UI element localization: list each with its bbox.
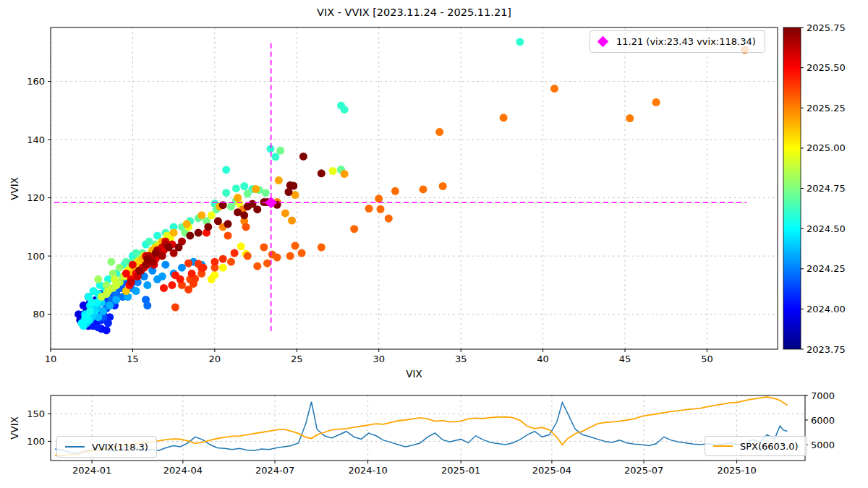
- scatter-point: [329, 167, 337, 175]
- scatter-point: [224, 231, 232, 239]
- scatter-point: [184, 260, 192, 267]
- timeseries-x-tick-label: 2025-10: [717, 465, 756, 476]
- scatter-point: [234, 194, 242, 202]
- timeseries-ticks: 2024-012024-042024-072024-102025-012025-…: [27, 390, 835, 476]
- colorbar-tick-label: 2025.75: [807, 22, 846, 33]
- scatter-point: [420, 185, 427, 193]
- scatter-point: [286, 181, 294, 189]
- scatter-point: [285, 188, 293, 196]
- scatter-point: [439, 182, 447, 190]
- scatter-x-tick-label: 30: [373, 354, 385, 364]
- scatter-xaxis-label: VIX: [51, 368, 778, 380]
- timeseries-x-tick-label: 2025-04: [532, 465, 571, 476]
- scatter-point: [208, 211, 216, 219]
- vvix-line: [55, 402, 787, 453]
- scatter-point: [260, 244, 268, 252]
- scatter-point: [143, 301, 151, 309]
- scatter-point: [262, 189, 270, 197]
- scatter-point: [86, 307, 94, 315]
- scatter-point: [106, 301, 114, 309]
- vvix-legend-label: VVIX(118.3): [92, 442, 148, 453]
- figure-title: VIX - VVIX [2023.11.24 - 2025.11.21]: [51, 7, 778, 18]
- scatter-point: [231, 249, 239, 257]
- scatter-point: [127, 278, 135, 286]
- scatter-point: [183, 220, 191, 228]
- scatter-point: [116, 264, 124, 272]
- timeseries-axes-border: [51, 395, 805, 461]
- scatter-point: [132, 287, 140, 295]
- scatter-point: [249, 200, 257, 208]
- scatter-point: [143, 281, 151, 289]
- timeseries-right-tick-label: 6000: [811, 415, 835, 426]
- scatter-point: [103, 326, 111, 334]
- scatter-point: [298, 249, 306, 257]
- scatter-point: [94, 323, 102, 331]
- scatter-point: [626, 114, 634, 122]
- scatter-x-tick-label: 40: [537, 354, 549, 364]
- scatter-point: [288, 217, 296, 225]
- scatter-x-tick-label: 10: [45, 354, 57, 364]
- scatter-point: [168, 281, 176, 289]
- colorbar-tick-label: 2024.50: [807, 223, 846, 234]
- scatter-point: [276, 147, 284, 155]
- scatter-point: [143, 255, 151, 263]
- spx-line-sample-icon: [713, 445, 733, 447]
- scatter-point: [171, 304, 179, 312]
- colorbar: 2023.752024.002024.252024.502024.752025.…: [783, 22, 846, 355]
- scatter-point: [275, 176, 283, 184]
- timeseries-x-tick-label: 2025-01: [441, 465, 480, 476]
- scatter-legend-label: 11.21 (vix:23.43 vvix:118.34): [616, 36, 756, 47]
- timeseries-yaxis-label-wrap: VVIX: [9, 395, 20, 461]
- colorbar-gradient: [783, 27, 801, 349]
- timeseries-left-tick-label: 150: [27, 408, 45, 419]
- scatter-point: [94, 275, 102, 283]
- scatter-x-tick-label: 20: [209, 354, 221, 364]
- vvix-legend: VVIX(118.3): [56, 436, 157, 458]
- scatter-point: [160, 284, 168, 292]
- scatter-point: [195, 228, 203, 236]
- scatter-point: [341, 170, 349, 178]
- scatter-point: [240, 182, 248, 190]
- scatter-y-tick-label: 80: [33, 309, 45, 320]
- scatter-point: [500, 114, 508, 121]
- timeseries-x-tick-label: 2024-10: [348, 465, 387, 476]
- scatter-point: [222, 189, 230, 197]
- scatter-point: [365, 205, 373, 213]
- scatter-point: [224, 220, 232, 228]
- spx-legend-label: SPX(6603.0): [740, 441, 799, 452]
- scatter-legend: 11.21 (vix:23.43 vvix:118.34): [590, 30, 765, 53]
- scatter-point: [112, 296, 120, 304]
- scatter-point: [90, 287, 98, 295]
- scatter-point: [152, 249, 160, 257]
- scatter-point: [292, 242, 299, 250]
- scatter-x-tick-label: 25: [291, 354, 303, 364]
- scatter-point: [391, 187, 399, 195]
- timeseries-yaxis-label: VVIX: [9, 416, 20, 440]
- scatter-point: [377, 205, 385, 213]
- scatter-yaxis-label: VVIX: [9, 177, 20, 200]
- scatter-point: [222, 166, 230, 174]
- scatter-point: [244, 190, 252, 198]
- scatter-point: [253, 262, 261, 270]
- scatter-point: [171, 271, 179, 279]
- scatter-point: [219, 255, 227, 263]
- scatter-grid: [51, 27, 778, 349]
- timeseries-right-tick-label: 7000: [811, 390, 835, 401]
- scatter-point: [350, 225, 358, 233]
- scatter-point: [273, 254, 281, 262]
- scatter-point: [516, 38, 524, 46]
- scatter-point: [219, 264, 227, 272]
- chart-canvas: 101520253035404550801001201401602023.752…: [0, 0, 868, 488]
- timeseries-left-tick-label: 100: [27, 436, 45, 447]
- timeseries-x-tick-label: 2025-07: [624, 465, 663, 476]
- colorbar-tick-label: 2024.25: [807, 263, 846, 274]
- scatter-point: [111, 275, 119, 283]
- scatter-point: [208, 275, 216, 283]
- scatter-point: [158, 273, 166, 281]
- scatter-point: [227, 202, 235, 210]
- scatter-x-tick-label: 50: [701, 354, 713, 364]
- timeseries-x-tick-label: 2024-04: [163, 465, 203, 476]
- scatter-point: [170, 228, 178, 236]
- scatter-point: [227, 258, 235, 266]
- scatter-point: [375, 194, 383, 202]
